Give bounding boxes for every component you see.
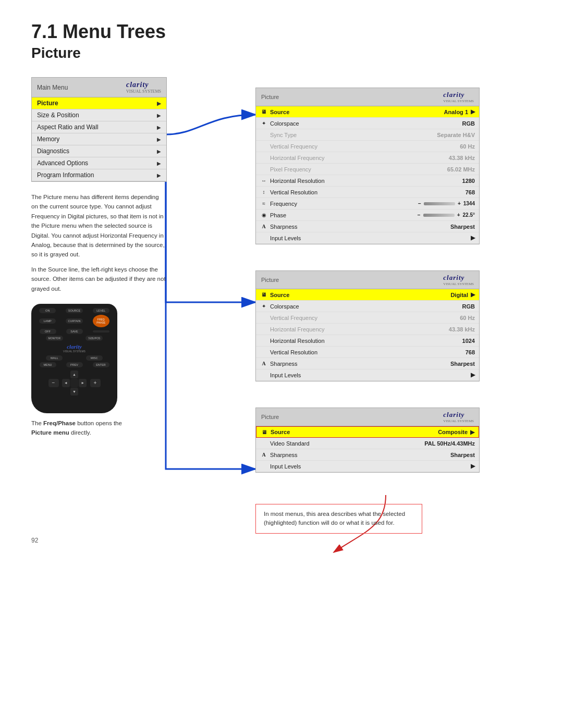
picture-menu-digital: Picture clarity VISUAL SYSTEMS 🖥 Source …	[255, 270, 480, 381]
analog-row-pixelfreq: Pixel Frequency 65.02 MHz	[256, 164, 479, 175]
menu-item-diagnostics[interactable]: Diagnostics ▶	[32, 145, 166, 157]
clarity-tagline: VISUAL SYSTEMS	[126, 89, 161, 94]
phase-slider	[423, 214, 455, 217]
remote-monitor-btn: MONITOR	[46, 336, 64, 341]
digital-colorspace-value: RGB	[462, 303, 475, 310]
analog-source-value: Analog 1	[444, 109, 468, 115]
sharpness-icon: A	[260, 224, 267, 229]
digital-row-sharpness: A Sharpness Sharpest	[256, 358, 479, 369]
phase-minus: −	[418, 212, 421, 218]
digital-monitor-icon: 🖥	[260, 292, 267, 298]
digital-sharpness-label: Sharpness	[270, 361, 298, 367]
analog-row-vfreq: Vertical Frequency 60 Hz	[256, 141, 479, 152]
digital-hfreq-label: Horizontal Frequency	[270, 326, 325, 332]
description-para1: The Picture menu has different items dep…	[31, 192, 167, 260]
menu-item-label: Diagnostics	[37, 147, 69, 155]
analog-row-input: Input Levels ▶	[256, 232, 479, 244]
picture-menu-composite: Picture clarity VISUAL SYSTEMS 🖥 Source	[255, 408, 480, 473]
menu-item-label: Picture	[37, 100, 58, 107]
digital-vfreq-label: Vertical Frequency	[270, 315, 317, 321]
analog-row-hres: ↔ Horizontal Resolution 1280	[256, 175, 479, 187]
analog-pixelfreq-value: 65.02 MHz	[447, 166, 475, 172]
remote-dpad-tr	[79, 371, 87, 378]
annotation-text: In most menus, this area describes what …	[264, 511, 405, 526]
menu-item-advanced[interactable]: Advanced Options ▶	[32, 157, 166, 169]
menu-item-memory[interactable]: Memory ▶	[32, 133, 166, 145]
remote-lamp-btn: LAMP	[39, 318, 56, 324]
analog-row-vres: ↕ Vertical Resolution 768	[256, 187, 479, 198]
analog-row-synctype: Sync Type Separate H&V	[256, 129, 479, 141]
analog-source-arrow: ▶	[471, 108, 475, 115]
remote-prev-btn: PREV	[66, 362, 83, 367]
description-block: The Picture menu has different items dep…	[31, 192, 167, 293]
remote-dpad: ▲ ◄ ► ▼	[62, 371, 87, 396]
analog-row-source: 🖥 Source Analog 1 ▶	[256, 106, 479, 118]
composite-source-label: Source	[271, 429, 290, 435]
composite-row-sharpness: A Sharpness Sharpest	[256, 449, 479, 461]
digital-row-colorspace: ✦ Colorspace RGB	[256, 301, 479, 312]
remote-dpad-down: ▼	[70, 388, 78, 396]
menu-item-label: Program Information	[37, 171, 94, 179]
composite-menu-title: Picture	[261, 414, 279, 420]
composite-input-label: Input Levels	[270, 463, 301, 470]
monitor-icon: 🖥	[260, 109, 267, 115]
picture-menu-analog: Picture clarity VISUAL SYSTEMS 🖥 Source …	[255, 88, 480, 244]
clarity-sub-analog: VISUAL SYSTEMS	[443, 99, 474, 103]
hres-icon: ↔	[260, 178, 267, 183]
analog-vres-value: 768	[466, 189, 475, 195]
menu-item-aspect[interactable]: Aspect Ratio and Wall ▶	[32, 121, 166, 133]
remote-wall-btn: WALL	[46, 355, 63, 361]
freq-slider	[424, 202, 455, 205]
menu-item-program[interactable]: Program Information ▶	[32, 169, 166, 181]
analog-colorspace-value: RGB	[462, 120, 475, 127]
analog-phase-value: 22.5°	[463, 212, 475, 218]
remote-clarity-sub: VISUAL SYSTEMS	[34, 350, 114, 353]
main-menu-box: Main Menu clarity VISUAL SYSTEMS Picture…	[31, 77, 167, 182]
digital-row-input: Input Levels ▶	[256, 369, 479, 381]
analog-vres-label: Vertical Resolution	[270, 189, 317, 195]
composite-source-value: Composite	[438, 429, 468, 435]
remote-level-btn: LEVEL	[93, 308, 109, 313]
digital-row-vfreq: Vertical Frequency 60 Hz	[256, 312, 479, 324]
remote-dpad-left: ◄	[62, 379, 70, 387]
remote-curtain-btn: CURTAIN	[66, 318, 83, 324]
analog-hres-label: Horizontal Resolution	[270, 178, 325, 184]
vres-icon: ↕	[260, 189, 267, 195]
analog-menu-header: Picture clarity VISUAL SYSTEMS	[256, 88, 479, 106]
analog-vfreq-label: Vertical Frequency	[270, 143, 317, 150]
remote-menu-btn: MENU	[40, 362, 56, 367]
analog-input-label: Input Levels	[270, 235, 301, 241]
clarity-logo-digital: clarity VISUAL SYSTEMS	[443, 274, 474, 286]
menu-item-label: Memory	[37, 135, 59, 143]
menu-item-size[interactable]: Size & Position ▶	[32, 109, 166, 121]
composite-videostandard-label: Video Standard	[270, 440, 310, 447]
remote-source-btn: SOURCE	[66, 308, 83, 313]
digital-colorspace-label: Colorspace	[270, 303, 299, 310]
description-para2: In the Source line, the left-right keys …	[31, 265, 167, 293]
phase-icon: ◉	[260, 212, 267, 218]
composite-menu-wrapper: Picture clarity VISUAL SYSTEMS 🖥 Source	[255, 408, 532, 534]
digital-vres-value: 768	[466, 349, 475, 355]
freq-minus: −	[418, 201, 421, 206]
clarity-sub-composite: VISUAL SYSTEMS	[443, 419, 474, 423]
digital-hres-label: Horizontal Resolution	[270, 338, 325, 344]
remote-misc-btn: MISC	[86, 355, 103, 361]
remote-clarity-logo: clarity	[34, 343, 114, 350]
digital-vres-label: Vertical Resolution	[270, 349, 317, 355]
phase-plus: +	[457, 212, 460, 218]
analog-hres-value: 1280	[462, 178, 475, 184]
remote-freq-phase-btn: FREQPHASE	[93, 315, 109, 327]
digital-menu-header: Picture clarity VISUAL SYSTEMS	[256, 271, 479, 289]
analog-row-sharpness: A Sharpness Sharpest	[256, 221, 479, 232]
remote-off-btn: OFF	[40, 329, 56, 334]
freq-phase-description: The Freq/Phase button opens the Picture …	[31, 418, 136, 438]
digital-row-hfreq: Horizontal Frequency 43.38 kHz	[256, 324, 479, 335]
menu-item-picture[interactable]: Picture ▶	[32, 97, 166, 109]
analog-row-hfreq: Horizontal Frequency 43.38 kHz	[256, 152, 479, 164]
menu-item-label: Size & Position	[37, 112, 79, 119]
composite-sharpness-label: Sharpness	[270, 452, 298, 458]
digital-hfreq-value: 43.38 kHz	[449, 326, 475, 332]
menu-item-arrow: ▶	[157, 172, 161, 178]
remote-enter-btn: ENTER	[93, 362, 109, 367]
freq-phase-bold: Freq/Phase	[43, 420, 76, 426]
